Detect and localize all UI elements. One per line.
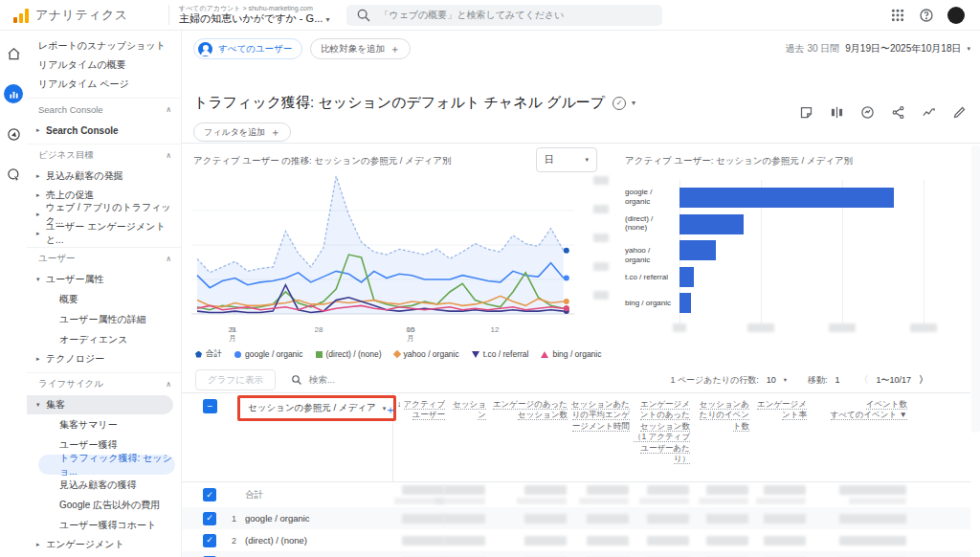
share-icon[interactable] xyxy=(891,105,905,120)
expand-icon[interactable]: ▸ xyxy=(36,355,46,363)
bar[interactable] xyxy=(679,240,716,260)
sidebar-item-20[interactable]: トラフィック獲得: セッショ... xyxy=(38,455,175,475)
expand-icon[interactable]: ▸ xyxy=(36,191,46,199)
redacted-cell xyxy=(489,536,570,546)
expand-icon[interactable]: ▸ xyxy=(36,230,46,237)
add-comparison-button[interactable]: 比較対象を追加＋ xyxy=(310,38,411,59)
edit-icon[interactable] xyxy=(952,105,967,120)
row-checkbox[interactable]: ✓ xyxy=(203,488,216,501)
apps-grid-icon[interactable] xyxy=(890,8,905,23)
page-jump-input[interactable]: 1 xyxy=(835,375,839,385)
sidebar-item-4[interactable]: ▸Search Console xyxy=(27,121,181,140)
prev-page-icon[interactable]: 〈 xyxy=(858,373,868,387)
expand-icon[interactable]: ▾ xyxy=(36,276,46,283)
dimension-header-highlighted[interactable]: セッションの参照元 / メディア▾ xyxy=(237,395,396,421)
sidebar-item-11[interactable]: ▾ユーザー属性 xyxy=(27,270,181,289)
column-header[interactable]: セッションあたりの平均エンゲージメント時間 xyxy=(570,399,633,465)
insights-icon[interactable] xyxy=(860,105,875,120)
legend-item[interactable]: t.co / referral xyxy=(472,349,529,359)
row-dimension-value: google / organic xyxy=(245,513,310,524)
rows-per-page-select[interactable]: 10 xyxy=(767,375,776,385)
app-logo[interactable]: アナリティクス xyxy=(0,7,168,24)
column-header[interactable]: セッションあたりのイベント数 xyxy=(693,399,752,465)
collapse-icon[interactable]: ∧ xyxy=(166,255,171,263)
sidebar-item-2[interactable]: リアルタイム ページ xyxy=(27,75,181,94)
chevron-down-icon[interactable]: ▾ xyxy=(632,99,635,107)
data-table: − セッションの参照元 / メディア▾ ＋ ↓ アクティブ ユーザーセッションエ… xyxy=(182,392,970,557)
collapse-icon[interactable]: ∧ xyxy=(166,380,171,389)
bar-label: t.co / referral xyxy=(625,273,677,282)
column-header[interactable]: エンゲージメント率 xyxy=(752,399,810,465)
column-header[interactable]: エンゲージのあったセッション数 xyxy=(489,399,570,465)
collapse-icon[interactable]: ∧ xyxy=(166,105,171,114)
table-search-input[interactable]: 検索... xyxy=(291,374,335,387)
sidebar-item-5: ビジネス目標∧ xyxy=(27,144,181,167)
select-all-checkbox[interactable]: − xyxy=(203,399,217,413)
redacted-cell xyxy=(810,485,910,504)
redacted-cell xyxy=(489,485,570,504)
redacted-cell xyxy=(810,514,910,524)
column-header[interactable]: イベント数すべてのイベント ▼ xyxy=(810,399,910,465)
compare-icon[interactable] xyxy=(830,105,844,120)
page-range: 1〜10/17 xyxy=(876,374,911,387)
bar[interactable] xyxy=(679,214,744,234)
advertising-icon[interactable] xyxy=(4,165,23,184)
circle-marker-icon xyxy=(234,351,241,358)
expand-icon[interactable]: ▸ xyxy=(36,172,46,180)
sidebar-item-17[interactable]: ▾集客 xyxy=(27,395,173,414)
next-page-icon[interactable]: 〉 xyxy=(919,373,928,387)
show-in-chart-button[interactable]: グラフに表示 xyxy=(195,369,276,390)
row-checkbox[interactable]: ✓ xyxy=(203,512,216,525)
audience-chip[interactable]: すべてのユーザー xyxy=(193,38,302,59)
sidebar-item-12[interactable]: 概要 xyxy=(27,289,181,309)
expand-icon[interactable]: ▸ xyxy=(36,541,46,548)
sidebar-item-23[interactable]: ユーザー獲得コホート xyxy=(27,515,181,535)
redacted-axis-label xyxy=(593,262,609,271)
sidebar-item-24[interactable]: ▸エンゲージメント xyxy=(27,535,181,554)
legend-item[interactable]: 合計 xyxy=(195,348,222,360)
sidebar-item-22[interactable]: Google 広告以外の費用 xyxy=(27,495,181,515)
column-header[interactable]: セッション xyxy=(448,399,489,465)
redacted-cell xyxy=(570,536,633,546)
bar[interactable] xyxy=(679,188,894,208)
expand-icon[interactable]: ▾ xyxy=(36,401,46,409)
sidebar-item-6[interactable]: ▸見込み顧客の発掘 xyxy=(27,167,181,186)
legend-item[interactable]: bing / organic xyxy=(541,349,601,359)
expand-icon[interactable]: ▸ xyxy=(36,126,46,134)
legend-item[interactable]: yahoo / organic xyxy=(394,349,459,359)
sidebar-item-18[interactable]: 集客サマリー xyxy=(27,414,181,434)
legend-item[interactable]: (direct) / (none) xyxy=(316,349,382,359)
avatar[interactable] xyxy=(947,7,965,24)
row-checkbox[interactable]: ✓ xyxy=(203,534,216,547)
sidebar-item-1[interactable]: リアルタイムの概要 xyxy=(27,56,181,75)
bar[interactable] xyxy=(679,267,694,287)
search-input[interactable]: 「ウェブの概要」と検索してみてください xyxy=(346,5,662,26)
chevron-down-icon[interactable]: ▾ xyxy=(784,376,787,384)
redacted-axis-label xyxy=(673,323,686,332)
sidebar-item-15[interactable]: ▸テクノロジー xyxy=(27,349,181,368)
help-icon[interactable] xyxy=(919,8,934,23)
table-header: − セッションの参照元 / メディア▾ ＋ ↓ アクティブ ユーザーセッションエ… xyxy=(182,392,970,482)
bar[interactable] xyxy=(679,293,691,313)
add-filter-button[interactable]: フィルタを追加＋ xyxy=(193,123,291,142)
sidebar-item-9[interactable]: ▸ユーザー エンゲージメントと... xyxy=(27,224,181,243)
reports-icon[interactable] xyxy=(4,84,23,103)
expand-icon[interactable]: ▸ xyxy=(36,211,45,218)
sidebar-item-0[interactable]: レポートのスナップショット xyxy=(27,36,181,56)
sparkline-icon[interactable] xyxy=(922,105,936,120)
date-range-picker[interactable]: 過去 30 日間 9月19日〜2025年10月18日 ▾ xyxy=(786,42,970,56)
explore-icon[interactable] xyxy=(4,124,23,144)
redacted-cell xyxy=(752,514,810,524)
column-header[interactable]: ↓ アクティブ ユーザー xyxy=(393,399,448,465)
sidebar-item-13[interactable]: ユーザー属性の詳細 xyxy=(27,309,181,329)
sidebar-item-14[interactable]: オーディエンス xyxy=(27,329,181,349)
granularity-select[interactable]: 日▾ xyxy=(536,147,597,172)
collapse-icon[interactable]: ∧ xyxy=(166,151,171,160)
column-header[interactable]: エンゲージメントのあったセッション数（1 アクティブ ユーザーあたり） xyxy=(633,399,693,465)
home-icon[interactable] xyxy=(4,44,23,63)
redacted-cell xyxy=(393,536,448,546)
legend-item[interactable]: google / organic xyxy=(234,349,303,359)
account-switcher[interactable]: すべてのアカウント > shuhu-marketing.com 主婦の知恵いかが… xyxy=(168,5,329,24)
table-row: ✓3yahoo / organic xyxy=(182,551,970,557)
note-icon[interactable] xyxy=(799,105,813,120)
